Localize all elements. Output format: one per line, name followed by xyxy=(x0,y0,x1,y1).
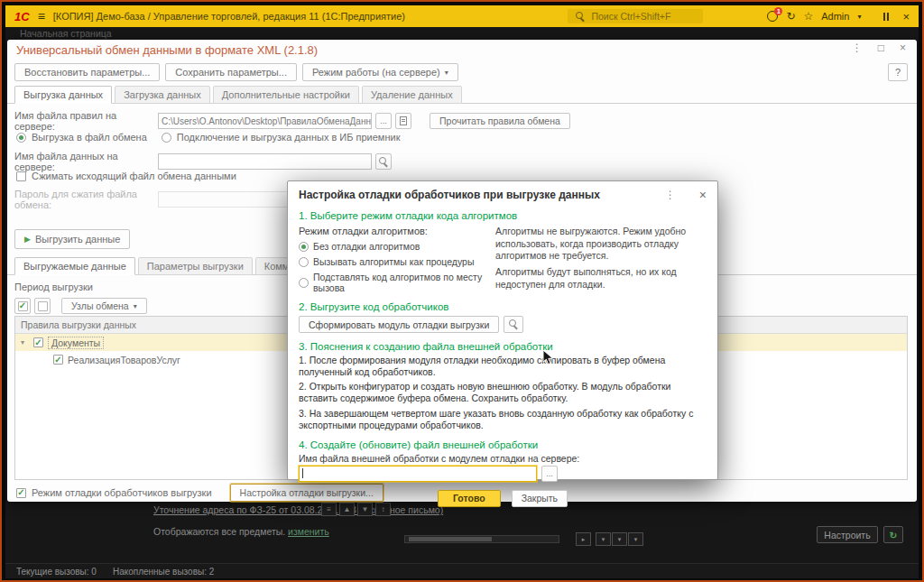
radio-no-debug[interactable]: Без отладки алгоритмов xyxy=(299,241,495,252)
change-link[interactable]: изменить xyxy=(288,526,329,537)
uncheck-all-icon xyxy=(38,301,48,311)
radio-export-to-ib-label: Подключение и выгрузка данных в ИБ прием… xyxy=(177,132,401,143)
restore-params-button[interactable]: Восстановить параметры... xyxy=(14,63,160,81)
items-shown-text: Отображаются все предметы. изменить xyxy=(153,526,329,537)
combo-dropdown-icon[interactable]: ▾ xyxy=(628,532,643,546)
tab-delete-data[interactable]: Удаление данных xyxy=(362,86,462,104)
external-file-input[interactable] xyxy=(299,466,537,482)
radio-inline-code[interactable]: Подставлять код алгоритмов по месту вызо… xyxy=(299,272,495,293)
1c-logo: 1С xyxy=(14,10,30,23)
generate-module-label: Сформировать модуль отладки выгрузки xyxy=(309,319,489,330)
tab-export-params[interactable]: Параметры выгрузки xyxy=(138,257,253,275)
instruction-step-1: 1. После формирования модуля отладки нео… xyxy=(299,355,707,378)
close-button[interactable]: Закрыть xyxy=(512,490,568,507)
rules-file-input[interactable]: C:\Users\O.Antonov\Desktop\ПравилаОбмена… xyxy=(158,113,372,129)
combo-dropdown-icon[interactable]: ▾ xyxy=(596,532,611,546)
radio-export-to-ib[interactable] xyxy=(162,133,171,143)
session-pause-icon[interactable] xyxy=(883,13,889,21)
help-button[interactable]: ? xyxy=(888,63,908,81)
dialog-more-icon[interactable]: ⋮ xyxy=(665,189,676,201)
read-rules-label: Прочитать правила обмена xyxy=(439,115,560,126)
user-chevron-icon[interactable]: ▾ xyxy=(857,13,861,21)
read-rules-button[interactable]: Прочитать правила обмена xyxy=(430,113,570,129)
row-checkbox[interactable] xyxy=(33,337,43,347)
done-button[interactable]: Готово xyxy=(438,490,501,507)
notification-badge: 1 xyxy=(774,7,782,15)
status-bar: Текущие вызовы: 0 Накопленные вызовы: 2 xyxy=(5,563,919,578)
radio-export-to-file-label: Выгрузка в файл обмена xyxy=(32,132,147,143)
close-label: Закрыть xyxy=(522,493,558,503)
exchange-nodes-label: Узлы обмена xyxy=(71,300,129,311)
search-placeholder: Поиск Ctrl+Shift+F xyxy=(591,11,670,22)
dialog-close-icon[interactable]: × xyxy=(699,188,707,202)
dropdown-icon: ▾ xyxy=(134,302,137,310)
global-search[interactable]: Поиск Ctrl+Shift+F xyxy=(568,9,703,23)
history-icon[interactable]: ↻ xyxy=(786,11,795,22)
accumulated-calls: Накопленные вызовы: 2 xyxy=(113,567,214,577)
user-menu[interactable]: Admin xyxy=(821,11,849,22)
scroll-right-icon[interactable]: ▸ xyxy=(576,532,591,546)
current-calls: Текущие вызовы: 0 xyxy=(16,567,97,577)
window-title: Универсальный обмен данными в формате XM… xyxy=(16,43,318,57)
export-data-button[interactable]: ▶ Выгрузить данные xyxy=(14,229,130,249)
debug-mode-checkbox[interactable] xyxy=(16,488,26,498)
window-toolbar: Восстановить параметры... Сохранить пара… xyxy=(14,63,458,81)
radio-no-debug-label: Без отладки алгоритмов xyxy=(313,241,420,252)
search-icon xyxy=(576,12,586,22)
app-close-icon[interactable]: × xyxy=(902,10,910,23)
save-params-label: Сохранить параметры... xyxy=(175,67,287,78)
check-all-icon xyxy=(18,301,28,311)
password-label: Пароль для сжатия файла обмена: xyxy=(14,189,154,210)
notifications-icon[interactable]: 1 xyxy=(767,11,778,22)
check-all-button[interactable] xyxy=(14,298,31,314)
view-module-button[interactable] xyxy=(504,316,523,333)
rules-file-value: C:\Users\O.Antonov\Desktop\ПравилаОбмена… xyxy=(162,116,372,126)
export-data-label: Выгрузить данные xyxy=(35,234,120,245)
refresh-button[interactable]: ↻ xyxy=(883,526,903,543)
radio-export-to-file[interactable] xyxy=(16,133,26,143)
exchange-nodes-button[interactable]: Узлы обмена ▾ xyxy=(61,298,147,314)
radio-call-procedures[interactable]: Вызывать алгоритмы как процедуры xyxy=(299,256,495,267)
generate-module-button[interactable]: Сформировать модуль отладки выгрузки xyxy=(299,316,499,333)
horizontal-scrollbar[interactable] xyxy=(404,535,559,543)
combo-dropdown-icon[interactable]: ▾ xyxy=(612,532,627,546)
row-checkbox[interactable] xyxy=(53,355,63,365)
section3-heading: 3. Пояснения к созданию файла внешней об… xyxy=(299,341,707,352)
scrollbar-thumb[interactable] xyxy=(409,537,492,541)
save-params-button[interactable]: Сохранить параметры... xyxy=(165,63,297,81)
dropdown-icon: ▾ xyxy=(445,69,448,77)
screen: 1С ≡ [КОПИЯ] Демо-база / Управление торг… xyxy=(0,0,924,582)
main-menu-icon[interactable]: ≡ xyxy=(38,9,45,23)
home-page-tab[interactable]: Начальная страница xyxy=(20,28,112,39)
section4-heading: 4. Создайте (обновите) файл внешней обра… xyxy=(299,439,707,450)
tab-import-data[interactable]: Загрузка данных xyxy=(115,86,210,104)
refresh-icon: ↻ xyxy=(890,530,898,540)
tab-export-data[interactable]: Выгрузка данных xyxy=(14,86,112,104)
radio-icon xyxy=(299,242,309,252)
window-more-icon[interactable]: ⋮ xyxy=(852,42,863,54)
compress-checkbox[interactable] xyxy=(16,171,26,181)
configure-button[interactable]: Настроить xyxy=(817,526,878,543)
data-file-label: Имя файла данных на сервере: xyxy=(14,151,154,172)
data-file-input[interactable] xyxy=(158,153,372,170)
done-label: Готово xyxy=(453,493,485,503)
data-file-open-button[interactable] xyxy=(375,153,392,170)
work-mode-button[interactable]: Режим работы (на сервере) ▾ xyxy=(302,63,458,81)
app-topbar: 1С ≡ [КОПИЯ] Демо-база / Управление торг… xyxy=(5,5,919,27)
rules-file-browse-button[interactable]: ... xyxy=(375,113,392,129)
external-file-browse-button[interactable]: ... xyxy=(541,466,558,482)
row-label: Документы xyxy=(48,337,104,349)
window-maximize-icon[interactable]: □ xyxy=(878,42,884,54)
favorites-icon[interactable]: ☆ xyxy=(803,11,813,22)
restore-params-label: Восстановить параметры... xyxy=(24,67,150,78)
tab-exported-data[interactable]: Выгружаемые данные xyxy=(14,257,135,275)
tree-expand-icon[interactable]: ▾ xyxy=(21,338,29,346)
tab-additional-settings[interactable]: Дополнительные настройки xyxy=(213,86,359,104)
uncheck-all-button[interactable] xyxy=(34,298,51,314)
window-close-icon[interactable]: × xyxy=(900,42,906,54)
document-icon xyxy=(400,116,407,125)
radio-inline-code-label: Подставлять код алгоритмов по месту вызо… xyxy=(313,272,495,293)
rules-file-open-button[interactable] xyxy=(395,113,411,129)
external-file-label: Имя файла внешней обработки с модулем от… xyxy=(299,453,707,464)
mode-note-1: Алгоритмы не выгружаются. Режим удобно и… xyxy=(495,226,707,263)
